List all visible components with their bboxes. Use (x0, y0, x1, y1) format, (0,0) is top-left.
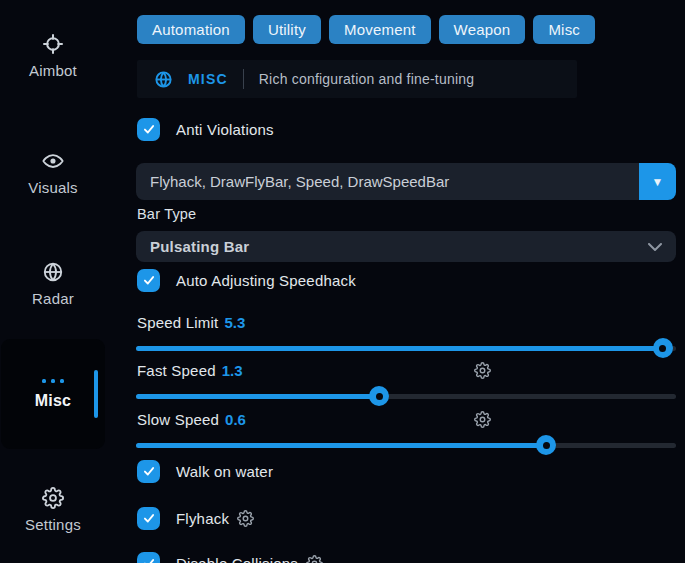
sidebar-item-label: Settings (25, 516, 81, 533)
tab-weapon[interactable]: Weapon (439, 15, 526, 44)
slider-label-speed-limit: Speed Limit5.3 (137, 314, 245, 331)
slider-speed-limit[interactable] (136, 338, 676, 358)
checkbox-checked-icon[interactable] (137, 552, 160, 563)
checkbox-label: Flyhack (176, 510, 229, 527)
checkbox-label: Auto Adjusting Speedhack (176, 272, 356, 289)
bar-type-label: Bar Type (137, 206, 196, 222)
slider-fill (136, 346, 663, 351)
tab-misc[interactable]: Misc (533, 15, 595, 44)
gear-icon[interactable] (474, 411, 491, 428)
sidebar-item-aimbot[interactable]: Aimbot (0, 33, 106, 79)
sidebar-item-radar[interactable]: Radar (0, 261, 106, 307)
sidebar-item-label: Misc (35, 392, 71, 410)
checkbox-auto-adjusting-speedhack[interactable]: Auto Adjusting Speedhack (137, 268, 356, 292)
gear-icon (42, 487, 64, 509)
tab-movement[interactable]: Movement (329, 15, 431, 44)
slider-value: 1.3 (222, 362, 243, 379)
slider-thumb[interactable] (653, 338, 673, 358)
slider-fill (136, 443, 546, 448)
slider-value: 5.3 (224, 314, 245, 331)
sidebar-item-label: Aimbot (29, 62, 77, 79)
slider-fill (136, 394, 379, 399)
slider-thumb[interactable] (369, 386, 389, 406)
tab-automation[interactable]: Automation (137, 15, 245, 44)
mod-menu-window: Aimbot Visuals Radar (0, 0, 685, 563)
checkbox-checked-icon[interactable] (137, 507, 160, 530)
sidebar: Aimbot Visuals Radar (0, 0, 106, 563)
checkbox-disable-collisions[interactable]: Disable Collisions (137, 551, 323, 563)
checkbox-label: Anti Violations (176, 121, 274, 138)
sidebar-item-settings[interactable]: Settings (0, 487, 106, 533)
globe-icon (154, 70, 173, 89)
bar-multiselect-value[interactable]: Flyhack, DrawFlyBar, Speed, DrawSpeedBar (136, 163, 639, 200)
gear-icon[interactable] (306, 555, 323, 563)
bar-type-value: Pulsating Bar (150, 238, 249, 255)
checkbox-checked-icon[interactable] (137, 460, 160, 483)
checkbox-label: Disable Collisions (176, 555, 298, 563)
checkbox-flyhack[interactable]: Flyhack (137, 506, 254, 530)
checkbox-checked-icon[interactable] (137, 269, 160, 292)
slider-value: 0.6 (225, 411, 246, 428)
bar-type-select[interactable]: Pulsating Bar (136, 231, 676, 262)
bar-multiselect: Flyhack, DrawFlyBar, Speed, DrawSpeedBar… (136, 163, 676, 200)
gear-icon[interactable] (237, 510, 254, 527)
section-subtitle: Rich configuration and fine-tuning (259, 71, 474, 87)
divider (243, 69, 244, 89)
sidebar-item-label: Radar (32, 290, 74, 307)
slider-thumb[interactable] (536, 435, 556, 455)
checkbox-anti-violations[interactable]: Anti Violations (137, 117, 274, 141)
checkbox-checked-icon[interactable] (137, 118, 160, 141)
globe-icon (42, 261, 64, 283)
sidebar-item-visuals[interactable]: Visuals (0, 150, 106, 196)
section-title: MISC (188, 71, 228, 87)
active-indicator-bar (94, 370, 98, 418)
checkbox-label: Walk on water (176, 463, 273, 480)
gear-icon[interactable] (474, 362, 491, 379)
sidebar-item-label: Visuals (28, 179, 77, 196)
dropdown-button[interactable]: ▼ (639, 163, 676, 200)
content-panel: Automation Utility Movement Weapon Misc … (136, 0, 676, 563)
eye-icon (42, 150, 64, 172)
slider-label-fast-speed: Fast Speed1.3 (137, 362, 243, 379)
sidebar-item-misc-selected[interactable]: Misc (1, 339, 105, 449)
checkbox-walk-on-water[interactable]: Walk on water (137, 459, 273, 483)
category-tabs: Automation Utility Movement Weapon Misc (137, 15, 595, 44)
tab-utility[interactable]: Utility (253, 15, 321, 44)
crosshair-icon (42, 33, 64, 55)
section-header: MISC Rich configuration and fine-tuning (137, 60, 577, 98)
chevron-down-icon (648, 243, 662, 251)
slider-fast-speed[interactable] (136, 386, 676, 406)
slider-slow-speed[interactable] (136, 435, 676, 455)
slider-label-slow-speed: Slow Speed0.6 (137, 411, 246, 428)
dropdown-triangle-icon: ▼ (652, 175, 664, 189)
dots-icon (42, 379, 64, 383)
